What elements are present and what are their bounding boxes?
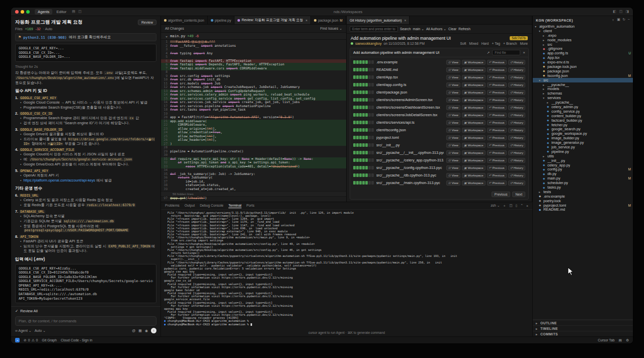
tree-item-config-py[interactable]: ◆config.pyM [533,167,633,172]
tree-item-google-search-py[interactable]: ◆google_search.py [533,127,633,131]
compare-previous-button[interactable]: ↶Previous [487,113,507,118]
tree-item-config-service-py[interactable]: ◆config_service.py [533,109,633,114]
view-file-button[interactable]: ⊙View [446,181,460,186]
compare-previous-button[interactable]: ↶Previous [487,90,507,95]
file-history-button[interactable]: ↺History [508,82,525,87]
view-file-button[interactable]: ⊙View [446,158,460,163]
section-outline[interactable]: ▸OUTLINE [533,320,633,325]
compare-previous-button[interactable]: ↶Previous [487,143,507,148]
file-history-button[interactable]: ↺History [508,60,525,65]
diff-file-header[interactable]: ⌄ main.py +49 -6 [161,33,346,40]
maximize-panel-icon[interactable]: ⌃ [520,204,523,208]
panel-tab-ports[interactable]: Ports [247,204,255,208]
compare-previous-button[interactable]: ↶Previous [487,165,507,170]
tree-item-scheduler-py[interactable]: ◆scheduler.py [533,181,633,185]
view-file-button[interactable]: ⊙View [446,82,460,87]
view-file-button[interactable]: ⊙View [446,113,460,118]
view-file-button[interactable]: ⊙View [446,120,460,125]
kill-terminal-icon[interactable]: ▯ [516,204,518,208]
file-history-button[interactable]: ↺History [508,165,525,170]
find-issues-dropdown[interactable]: Find Issues ⌄ [320,27,342,31]
panel-toggle-icon[interactable]: ◫ [78,10,82,14]
commit-action-soft-button[interactable]: Soft [460,42,466,45]
file-history-button[interactable]: ↺History [508,181,525,186]
bell-icon[interactable]: ⚙ [626,338,629,342]
tree-item--pycache-[interactable]: ▸__pycache__ [533,100,633,105]
close-tab-icon[interactable]: × [405,19,407,22]
compare-workspace-button[interactable]: ▣Workspace [462,90,486,95]
branch-dropdown[interactable]: main ⌄ [413,27,424,31]
compare-workspace-button[interactable]: ▣Workspace [462,98,486,103]
compare-previous-button[interactable]: ↶Previous [487,128,507,133]
compare-previous-button[interactable]: ↶Previous [487,105,507,110]
file-history-button[interactable]: ↺History [508,150,525,155]
compare-previous-button[interactable]: ↶Previous [487,75,507,80]
view-file-button[interactable]: ⊙View [446,75,460,80]
compare-workspace-button[interactable]: ▣Workspace [462,75,486,80]
editor-tab[interactable]: pipeline.py [208,16,235,24]
model-dropdown[interactable]: Auto ⌄ [35,329,46,333]
section-commits[interactable]: ▸COMMITS [533,331,633,336]
image-icon[interactable]: ▦ [138,329,142,333]
git-graph-status[interactable]: Git Graph [42,338,56,342]
commit-file-row[interactable]: src/__pycache__/__init__.cpython-313.pyc… [353,149,525,156]
tree-item-tasks-py[interactable]: ◆tasks.py [533,185,633,190]
compare-workspace-button[interactable]: ▣Workspace [462,105,486,110]
compare-workspace-button[interactable]: ▣Workspace [462,128,486,133]
tree-item--pycache-[interactable]: ▸__pycache__ [533,82,633,87]
tree-item-services[interactable]: ▾services [533,96,633,100]
commit-hash-badge[interactable]: 5dc7d7b [510,36,528,40]
compare-workspace-button[interactable]: ▣Workspace [462,165,486,170]
compare-previous-button[interactable]: ↶Previous [487,158,507,163]
commit-action-tag-button[interactable]: + Tag [492,42,500,45]
all-changes-label[interactable]: All Changes [165,27,184,30]
commit-file-row[interactable]: client/src/screens/JobDetailScreen.tsx⊙V… [353,111,525,119]
tree-item--expo[interactable]: ▸.expo [533,33,633,38]
compare-previous-button[interactable]: ↶Previous [487,150,507,155]
commit-file-row[interactable]: client/src/screens/AdminScreen.tsx⊙View▣… [353,96,525,104]
new-folder-icon[interactable]: ▣ [617,18,620,23]
commit-file-row[interactable]: src/__pycache__/main.cpython-313.pyc⊙Vie… [353,179,525,187]
commit-file-row[interactable]: client/src/services/api.ts⊙View▣Workspac… [353,119,525,126]
agent-mode-dropdown[interactable]: ∞ Agent ⌄ [15,329,32,333]
file-history-button[interactable]: ↺History [508,158,525,163]
tree-item-client[interactable]: ▾client [533,29,633,33]
commit-action-more-button[interactable]: More [520,42,528,45]
compare-workspace-button[interactable]: ▣Workspace [462,120,486,125]
shell-dropdown[interactable]: zsh ⌄ [491,204,500,208]
commit-action-mixed-button[interactable]: Mixed [469,42,478,45]
tree-item-google-workspace-py[interactable]: ◆google_workspace.py [533,131,633,136]
git-history-tab[interactable]: Git History (algorithm_automation) × [347,16,410,24]
tree-item-app-tsx[interactable]: ◆App.tsx [533,55,633,60]
tree-item-expo-env-d-ts[interactable]: ◆expo-env.d.ts [533,60,633,64]
tree-item-pipeline-py[interactable]: ◆pipeline.py [533,149,633,154]
compare-workspace-button[interactable]: ▣Workspace [462,67,486,72]
user-message[interactable]: ⚑ python3.11 (830-908) 에러 로그를 확인해주세요 [15,33,156,41]
commit-file-row[interactable]: src/__pycache__/celery_app.cpython-313.p… [353,156,525,164]
mic-icon[interactable]: ◉ [145,329,148,333]
commit-file-row[interactable]: src/__pycache__/config.cpython-313.pyc⊙V… [353,164,525,171]
zoom-window-button[interactable] [26,10,30,14]
editor-tab[interactable]: algorithm_contents.json [161,16,208,24]
close-tab-icon[interactable]: × [305,19,307,22]
tree-item-job-service-py[interactable]: ◆job_service.py [533,145,633,149]
commit-file-row[interactable]: pyproject.toml⊙View▣Workspace↶Previous↺H… [353,134,525,141]
file-history-button[interactable]: ↺History [508,128,525,133]
commit-file-row[interactable]: src/__init__.py⊙View▣Workspace↶Previous↺… [353,141,525,149]
panel-tab-debug-console[interactable]: Debug Console [200,204,223,208]
split-terminal-icon[interactable]: ◫ [509,204,512,208]
mention-icon[interactable]: @ [132,329,135,332]
compare-workspace-button[interactable]: ▣Workspace [462,143,486,148]
file-history-button[interactable]: ↺History [508,67,525,72]
commit-file-row[interactable]: client/package.json⊙View▣Workspace↶Previ… [353,88,525,96]
review-all-button[interactable]: ✓ Review All [15,309,156,313]
tree-item-package-lock-json[interactable]: ◆package-lock.json [533,64,633,69]
remote-indicator-icon[interactable]: ⌁ [15,338,20,342]
authors-dropdown[interactable]: All Authors ⌄ [426,27,446,31]
commit-file-row[interactable]: client/tsconfig.json⊙View▣Workspace↶Prev… [353,126,525,134]
layout-icon[interactable]: ▤ [72,10,75,14]
tree-item-src[interactable]: ▸src [533,42,633,47]
editor-tab[interactable]: Review: 자동화 프로그램 개발 계획 요청× [234,16,311,24]
compare-previous-button[interactable]: ↶Previous [487,82,507,87]
tree-item-schemas[interactable]: ▸schemas [533,91,633,96]
